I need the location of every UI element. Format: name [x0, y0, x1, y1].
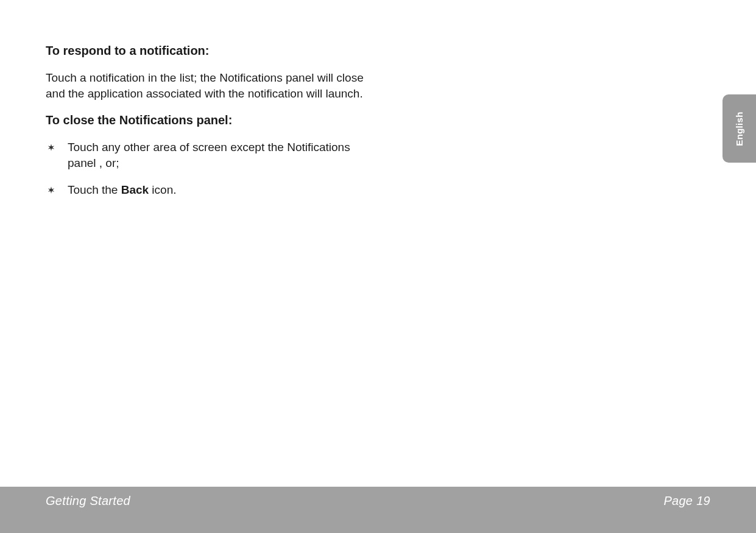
list-text-bold: Back — [121, 183, 149, 196]
paragraph-respond: Touch a notification in the list; the No… — [46, 70, 378, 101]
heading-close: To close the Notifications panel: — [46, 113, 378, 127]
footer-page-number: Page 19 — [663, 494, 710, 508]
list-item: Touch the Back icon. — [46, 182, 378, 198]
instruction-list: Touch any other area of screen except th… — [46, 139, 378, 197]
list-item: Touch any other area of screen except th… — [46, 139, 378, 171]
page-footer: Getting Started Page 19 — [0, 487, 756, 533]
list-item-text: Touch the Back icon. — [68, 182, 378, 198]
star-bullet-icon — [46, 142, 57, 153]
heading-respond: To respond to a notification: — [46, 44, 378, 58]
language-tab-label: English — [734, 111, 744, 146]
page-content: To respond to a notification: Touch a no… — [0, 0, 378, 197]
list-text-suffix: icon. — [149, 183, 176, 196]
star-bullet-icon — [46, 185, 57, 196]
list-text-prefix: Touch the — [68, 183, 121, 196]
list-item-text: Touch any other area of screen except th… — [68, 139, 378, 171]
language-tab[interactable]: English — [722, 94, 756, 163]
footer-section-title: Getting Started — [46, 494, 130, 508]
